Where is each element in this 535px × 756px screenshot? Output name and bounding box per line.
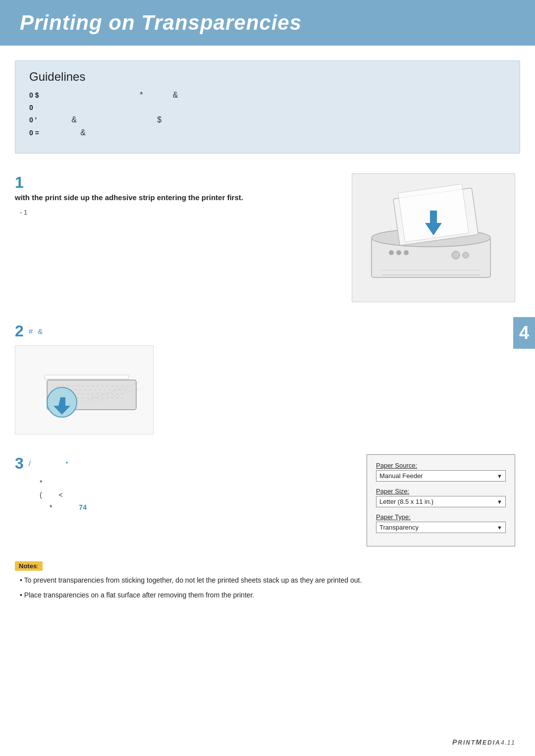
step2-sym1: #	[29, 327, 33, 335]
paper-type-field: Paper Type: Transparency ▼	[376, 513, 506, 533]
guideline-row-3: 0 ' & $	[29, 115, 506, 124]
svg-point-9	[463, 252, 469, 258]
printer-dialog: Paper Source: Manual Feeder ▼ Paper Size…	[367, 454, 515, 546]
notes-list: To prevent transparencies from sticking …	[15, 575, 520, 601]
svg-point-8	[452, 251, 460, 259]
paper-type-arrow: ▼	[497, 525, 502, 531]
paper-type-value: Transparency	[379, 524, 419, 531]
guidelines-title: Guidelines	[29, 70, 506, 84]
feeder-svg	[17, 350, 151, 430]
guideline-content-4: &	[45, 128, 506, 137]
footer-brand: PRINTMEDIA	[452, 738, 501, 746]
svg-point-6	[396, 250, 401, 255]
paper-source-value: Manual Feeder	[379, 472, 423, 480]
printer-illustration	[352, 173, 515, 302]
paper-type-label: Paper Type:	[376, 513, 506, 521]
guideline-index-4: 0 =	[29, 129, 45, 137]
page-tab: 4	[513, 317, 535, 349]
guideline-content-1: * &	[45, 91, 506, 100]
paper-size-value: Letter (8.5 x 11 in.)	[379, 498, 433, 505]
step1-left: 1 with the print side up the adhesive st…	[15, 173, 342, 216]
paper-type-select[interactable]: Transparency ▼	[376, 522, 506, 533]
step3-number: 3	[15, 454, 24, 473]
printer-svg	[357, 178, 510, 297]
step1-section: 1 with the print side up the adhesive st…	[15, 173, 520, 302]
note-item-2: Place transparencies on a flat surface a…	[20, 590, 520, 601]
paper-size-select[interactable]: Letter (8.5 x 11 in.) ▼	[376, 496, 506, 507]
paper-source-label: Paper Source:	[376, 462, 506, 469]
footer-page: 4.11	[501, 739, 515, 746]
step1-instruction: with the print side up the adhesive stri…	[15, 192, 342, 204]
step1-right	[352, 173, 520, 302]
svg-point-5	[389, 250, 394, 255]
step3-line1: *	[40, 477, 357, 489]
step3-line3: * 74	[40, 501, 357, 514]
step1-bold-text: with the print side up the adhesive stri…	[15, 193, 243, 202]
page-tab-number: 4	[519, 323, 529, 343]
notes-section: Notes: To prevent transparencies from st…	[15, 561, 520, 601]
notes-label-wrapper: Notes:	[15, 561, 520, 575]
paper-size-label: Paper Size:	[376, 487, 506, 495]
paper-source-select[interactable]: Manual Feeder ▼	[376, 470, 506, 482]
main-content: 1 with the print side up the adhesive st…	[0, 173, 535, 601]
page-footer: PRINTMEDIA4.11	[452, 738, 515, 746]
step2-number: 2	[15, 322, 24, 340]
guideline-row-4: 0 = &	[29, 128, 506, 137]
page-header: Printing on Transparencies	[0, 0, 535, 46]
guideline-content-3: & $	[45, 115, 506, 124]
page-title: Printing on Transparencies	[20, 11, 515, 35]
step1-sub: - 1	[20, 209, 342, 216]
step2-header: 2 # &	[15, 322, 520, 340]
guideline-index-2: 0	[29, 104, 45, 111]
step3-header: 3 / *	[15, 454, 357, 473]
guidelines-box: Guidelines 0 $ * & 0 0 ' & $ 0 =	[15, 60, 520, 154]
step2-section: 2 # &	[15, 322, 520, 434]
guideline-row-2: 0	[29, 104, 506, 111]
step3-details: * ( < * 74	[40, 477, 357, 514]
step3-right: Paper Source: Manual Feeder ▼ Paper Size…	[367, 454, 520, 546]
guideline-row-1: 0 $ * &	[29, 91, 506, 100]
paper-size-field: Paper Size: Letter (8.5 x 11 in.) ▼	[376, 487, 506, 507]
notes-label: Notes:	[15, 561, 43, 571]
note-item-1: To prevent transparencies from sticking …	[20, 575, 520, 587]
guideline-index-3: 0 '	[29, 116, 45, 124]
step3-sym1: /	[29, 459, 31, 468]
step3-line2: ( <	[40, 489, 357, 501]
paper-source-arrow: ▼	[497, 473, 502, 479]
step3-left: 3 / * * ( < * 74	[15, 454, 357, 514]
paper-source-field: Paper Source: Manual Feeder ▼	[376, 462, 506, 482]
paper-size-arrow: ▼	[497, 499, 502, 505]
guideline-index-1: 0 $	[29, 91, 45, 99]
feeder-illustration	[15, 345, 154, 434]
step3-sym2: *	[65, 459, 68, 468]
step1-number: 1	[15, 173, 342, 192]
svg-point-7	[404, 250, 409, 255]
step2-sym2: &	[38, 327, 43, 335]
step3-section: 3 / * * ( < * 74	[15, 454, 520, 546]
svg-rect-17	[45, 375, 129, 379]
